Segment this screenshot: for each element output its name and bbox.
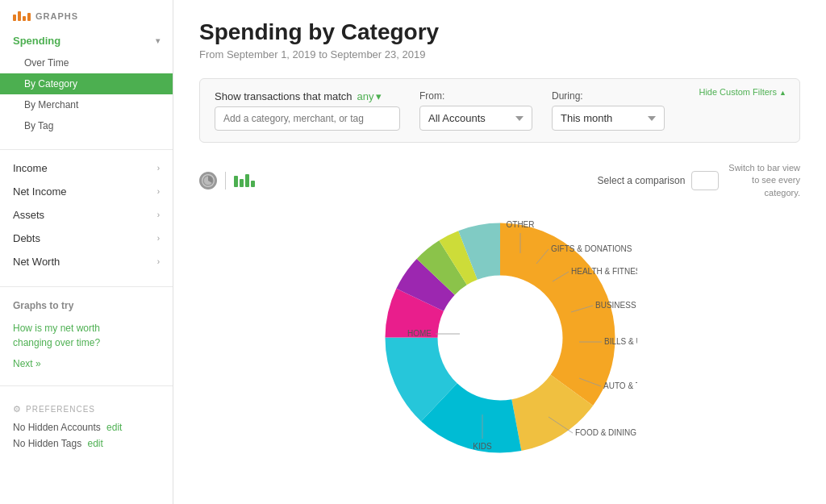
sidebar-income-section: Income › Net Income › Assets › Debts › N… [0,156,173,280]
pref-hidden-tags: No Hidden Tags edit [0,435,173,452]
sidebar-item-net-income[interactable]: Net Income › [0,180,173,203]
comparison-select[interactable] [691,171,719,190]
donut-center [440,277,561,398]
pref-hidden-accounts: No Hidden Accounts edit [0,419,173,435]
filter-match-group: Show transactions that match any ▾ [215,90,400,131]
sidebar-divider-3 [0,385,173,386]
sidebar-item-income[interactable]: Income › [0,156,173,180]
sidebar: GRAPHS Spending ▾ Over Time By Category … [0,0,173,504]
arrow-up-icon: ▲ [779,89,786,97]
svg-text:BUSINESS SERVICES: BUSINESS SERVICES [595,301,637,310]
chevron-icon: ▾ [156,36,160,45]
svg-text:HOME: HOME [407,329,432,338]
during-select[interactable]: This month Last month Last 3 months This… [552,106,665,131]
during-label: During: [552,90,665,102]
bar-view-button[interactable] [234,174,255,187]
sidebar-item-net-worth[interactable]: Net Worth › [0,250,173,273]
dropdown-arrow-icon: ▾ [376,90,382,102]
pie-icon [202,175,214,186]
comparison-row: Select a comparison [598,171,720,190]
page-subtitle: From September 1, 2019 to September 23, … [199,48,800,60]
chart-right-controls: Select a comparison Switch to bar viewto… [598,162,800,199]
graphs-to-try-label: Graphs to try [0,294,173,318]
chevron-icon: › [157,164,160,173]
graphs-icon [13,11,31,21]
bar-icon-col2 [240,179,244,187]
donut-chart: HOME KIDS FOOD & DINING AUTO & TRANSPORT… [363,209,637,467]
view-divider [225,172,226,190]
edit-hidden-accounts[interactable]: edit [106,422,122,433]
sidebar-spending-section: Spending ▾ Over Time By Category By Merc… [0,29,173,143]
filter-input[interactable] [215,106,400,131]
svg-text:OTHER: OTHER [506,220,534,229]
svg-text:GIFTS & DONATIONS: GIFTS & DONATIONS [551,244,632,253]
svg-text:HEALTH & FITNESS: HEALTH & FITNESS [571,267,637,276]
comparison-label: Select a comparison [598,175,686,186]
filter-during-group: During: This month Last month Last 3 mon… [552,90,665,131]
filter-match-row: Show transactions that match any ▾ [215,90,400,102]
svg-text:AUTO & TRANSPORT: AUTO & TRANSPORT [603,381,637,390]
chart-area: HOME KIDS FOOD & DINING AUTO & TRANSPORT… [199,209,800,467]
filter-from-group: From: All Accounts Checking Savings Cred… [419,90,532,131]
page-title: Spending by Category [199,19,800,45]
next-link[interactable]: Next » [0,353,173,379]
chevron-icon: › [157,234,160,243]
graphs-to-try-link[interactable]: How is my net worthchanging over time? [0,318,173,353]
sidebar-item-debts[interactable]: Debts › [0,227,173,250]
chevron-icon: › [157,210,160,219]
sidebar-graphs-header: GRAPHS [0,0,173,29]
chevron-icon: › [157,257,160,266]
svg-text:BILLS & UTILITIES: BILLS & UTILITIES [604,337,637,346]
pie-view-button[interactable] [199,172,217,190]
match-dropdown[interactable]: any ▾ [357,90,382,102]
chart-toolbar: Select a comparison Switch to bar viewto… [199,162,800,199]
bar-icon-col3 [245,174,249,187]
sidebar-sub-by-merchant[interactable]: By Merchant [0,94,173,115]
donut-svg: HOME KIDS FOOD & DINING AUTO & TRANSPORT… [363,209,637,467]
sidebar-sub-by-category[interactable]: By Category [0,73,173,94]
main-content: Spending by Category From September 1, 2… [173,0,826,504]
sidebar-sub-over-time[interactable]: Over Time [0,52,173,73]
preferences-header: ⚙ PREFERENCES [0,393,173,419]
sidebar-item-assets[interactable]: Assets › [0,203,173,227]
svg-text:KIDS: KIDS [473,442,492,451]
from-select[interactable]: All Accounts Checking Savings Credit Car… [419,106,532,131]
chart-view-icons [199,172,255,190]
svg-text:FOOD & DINING: FOOD & DINING [575,428,636,437]
bar-icon-col1 [234,176,238,187]
chevron-icon: › [157,187,160,196]
switch-bar-hint: Switch to bar viewto see everycategory. [728,162,800,199]
filter-bar: Hide Custom Filters ▲ Show transactions … [199,78,800,143]
sidebar-sub-by-tag[interactable]: By Tag [0,115,173,136]
edit-hidden-tags[interactable]: edit [88,438,103,449]
bar-icon-col4 [251,181,255,187]
sidebar-divider-2 [0,286,173,287]
sidebar-divider-1 [0,149,173,150]
sidebar-item-spending[interactable]: Spending ▾ [0,29,173,52]
hide-custom-filters-link[interactable]: Hide Custom Filters ▲ [699,87,786,97]
from-label: From: [419,90,532,102]
gear-icon: ⚙ [13,404,22,414]
